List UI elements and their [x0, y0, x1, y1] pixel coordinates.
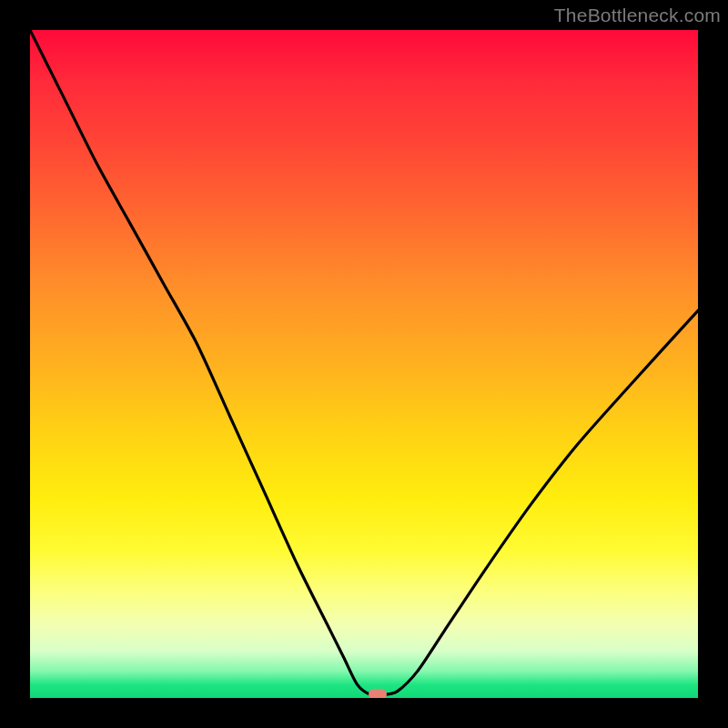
chart-frame: TheBottleneck.com	[0, 0, 728, 728]
watermark: TheBottleneck.com	[554, 5, 721, 26]
optimal-marker	[369, 689, 387, 698]
plot-area	[30, 30, 698, 698]
bottleneck-curve	[30, 30, 698, 698]
